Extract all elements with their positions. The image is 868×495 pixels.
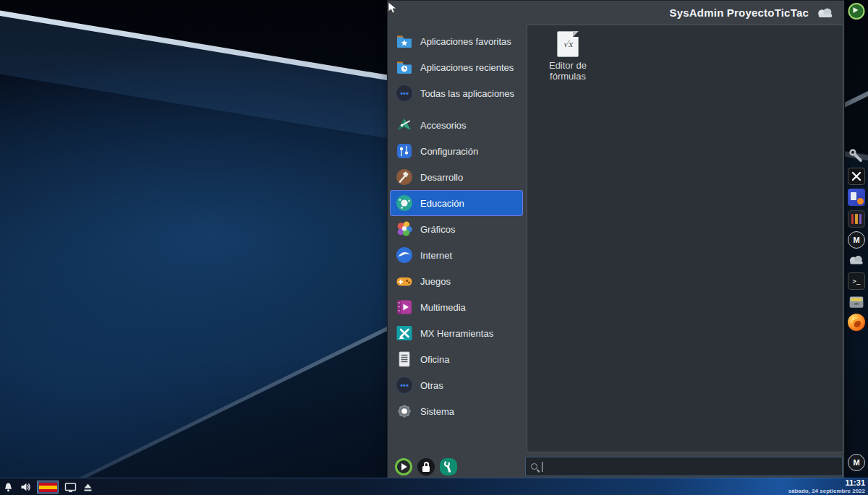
sidebar-item-recent[interactable]: Aplicaciones recientes	[390, 54, 523, 80]
sidebar-item-label: Accesorios	[420, 120, 467, 131]
logout-button[interactable]	[395, 458, 412, 475]
clock-time: 11:31	[788, 479, 865, 487]
sidebar-item-label: Aplicaciones favoritas	[420, 36, 511, 47]
firefox-icon[interactable]	[848, 314, 865, 331]
games-icon	[395, 272, 414, 290]
sidebar-item-sistema[interactable]: Sistema	[390, 398, 523, 424]
sidebar-item-internet[interactable]: Internet	[390, 242, 523, 268]
folder-clock-icon	[395, 58, 414, 77]
sidebar-item-otras[interactable]: ••• Otras	[390, 372, 523, 398]
development-icon	[395, 168, 414, 186]
volume-icon[interactable]	[20, 481, 31, 493]
sidebar-item-oficina[interactable]: Oficina	[390, 346, 523, 372]
sidebar-item-educacion[interactable]: Educación	[390, 190, 523, 216]
app-item-formula-editor[interactable]: √x Editor de fórmulas	[536, 31, 600, 82]
sidebar-item-label: Configuración	[420, 146, 478, 157]
file-archive-icon[interactable]	[848, 293, 865, 311]
right-panel: M >_ M	[844, 0, 868, 478]
dots-glyph: •••	[400, 90, 409, 98]
sidebar-item-mx-herramientas[interactable]: MX Herramientas	[390, 320, 523, 346]
sidebar-item-label: Otras	[420, 380, 443, 391]
search-icon	[531, 463, 537, 470]
sidebar-item-juegos[interactable]: Juegos	[390, 268, 523, 294]
eject-icon[interactable]	[82, 482, 93, 493]
sidebar-item-label: MX Herramientas	[420, 328, 493, 339]
sidebar-item-label: Gráficos	[420, 224, 455, 235]
internet-icon	[395, 246, 414, 264]
mx-linux-icon-bottom[interactable]: M	[848, 454, 865, 471]
mx-linux-icon[interactable]: M	[848, 231, 865, 249]
sidebar-item-label: Educación	[420, 198, 464, 209]
search-input[interactable]	[547, 457, 842, 475]
sqrt-x-glyph: √x	[563, 40, 572, 49]
mx-tools-icon	[395, 324, 414, 343]
application-menu: SysAdmin ProyectoTicTac Aplicaciones fav…	[387, 0, 845, 478]
menu-footer-actions	[395, 458, 457, 475]
show-desktop-icon[interactable]	[64, 482, 77, 493]
updater-icon[interactable]	[848, 3, 865, 20]
sidebar-separator	[388, 106, 527, 112]
multimedia-icon	[395, 298, 414, 317]
formula-editor-icon: √x	[557, 31, 579, 57]
keyboard-layout-flag-es[interactable]	[37, 481, 59, 494]
sidebar-item-accesorios[interactable]: Accesorios	[390, 112, 523, 138]
mx-tools-launcher-icon[interactable]	[848, 168, 865, 185]
sidebar-item-favorites[interactable]: Aplicaciones favoritas	[390, 28, 523, 54]
all-settings-button[interactable]	[440, 458, 457, 475]
notifications-icon[interactable]	[3, 481, 14, 493]
sidebar-item-label: Aplicaciones recientes	[420, 62, 514, 73]
education-icon	[395, 194, 414, 212]
menu-header: SysAdmin ProyectoTicTac	[388, 1, 844, 25]
bottom-panel: 11:31 sábado, 24 septiembre 2022	[0, 478, 868, 495]
clock-date: sábado, 24 septiembre 2022	[788, 488, 865, 494]
cloud-launcher-icon[interactable]	[847, 254, 866, 266]
sidebar-item-label: Todas las aplicaciones	[420, 88, 514, 99]
app-label: Editor de fórmulas	[536, 61, 600, 82]
sidebar-item-graficos[interactable]: Gráficos	[390, 216, 523, 242]
sidebar-item-configuracion[interactable]: Configuración	[390, 138, 523, 164]
lock-screen-button[interactable]	[417, 458, 435, 475]
office-icon	[395, 350, 414, 369]
sidebar-item-label: Multimedia	[420, 302, 466, 313]
other-icon: •••	[395, 376, 414, 395]
mouse-cursor	[388, 1, 398, 14]
sidebar-item-label: Juegos	[420, 276, 451, 287]
settings-category-icon	[395, 142, 414, 160]
docs-icon[interactable]	[848, 210, 865, 228]
sidebar-item-multimedia[interactable]: Multimedia	[390, 294, 523, 320]
all-apps-icon: •••	[395, 84, 414, 103]
graphics-icon	[395, 220, 414, 238]
system-tray	[3, 478, 93, 495]
folder-star-icon	[395, 32, 414, 51]
tools-wrench-icon[interactable]	[848, 147, 865, 165]
clock[interactable]: 11:31 sábado, 24 septiembre 2022	[788, 479, 865, 494]
sidebar-item-label: Desarrollo	[420, 172, 463, 183]
accessories-icon	[395, 116, 414, 134]
dots-glyph: •••	[400, 382, 409, 389]
cloud-icon	[815, 7, 835, 19]
sidebar-item-all-applications[interactable]: ••• Todas las aplicaciones	[390, 80, 523, 106]
menu-sidebar: Aplicaciones favoritas Aplicaciones reci…	[388, 24, 527, 452]
terminal-icon[interactable]: >_	[848, 272, 865, 290]
menu-search-box[interactable]	[525, 457, 843, 476]
sidebar-item-desarrollo[interactable]: Desarrollo	[390, 164, 523, 190]
system-icon	[395, 402, 414, 421]
text-caret	[542, 462, 542, 472]
sidebar-item-label: Oficina	[420, 354, 449, 365]
package-installer-icon[interactable]	[848, 189, 865, 206]
sidebar-item-label: Sistema	[420, 406, 454, 417]
sidebar-item-label: Internet	[420, 250, 452, 261]
menu-app-grid: √x Editor de fórmulas	[527, 25, 843, 452]
menu-title: SysAdmin ProyectoTicTac	[670, 7, 809, 19]
